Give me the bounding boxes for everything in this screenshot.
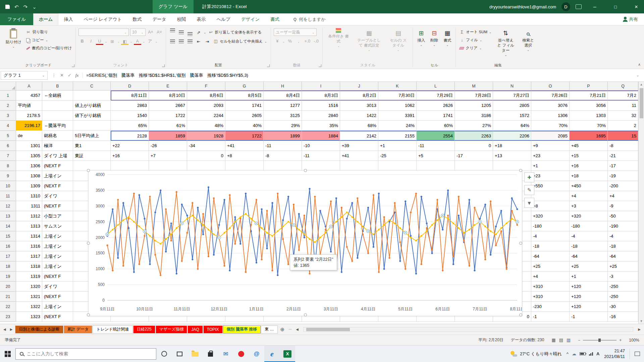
row-header-21[interactable]: 21 [0, 292, 16, 302]
minimize-button[interactable]: ─ [587, 0, 602, 13]
column-header-C[interactable]: C [73, 82, 111, 90]
column-header-L[interactable]: L [417, 82, 455, 90]
cell-F7[interactable]: 0 [187, 151, 225, 161]
sheet-nav-right-icon[interactable]: ▶ [9, 327, 14, 331]
align-left-icon[interactable] [169, 38, 176, 45]
cancel-entry-icon[interactable]: ✕ [60, 73, 64, 78]
zoom-out-icon[interactable]: − [578, 338, 580, 343]
cell-O4[interactable]: 70% [531, 121, 570, 131]
cell-P16[interactable]: -18 [570, 241, 608, 251]
vertical-scrollbar[interactable]: ▲ ▼ [638, 82, 644, 324]
tray-chevron-icon[interactable]: ^ [567, 351, 569, 356]
cell-L4[interactable]: 60% [417, 121, 455, 131]
cell-Q8[interactable]: -17 [608, 161, 638, 171]
cell-P4[interactable]: 70% [570, 121, 608, 131]
cell-J4[interactable]: 68% [340, 121, 378, 131]
cell-Q4[interactable]: 2 [608, 121, 638, 131]
insert-cells-button[interactable]: ⊞ 挿入 ⌄ [416, 27, 427, 47]
cell-B5[interactable]: 銘柄名 [42, 131, 73, 141]
column-header-J[interactable]: J [340, 82, 378, 90]
ribbon-tab-表示[interactable]: 表示 [192, 13, 211, 25]
sheet-tab-TOPIX[interactable]: TOPIX [203, 325, 223, 334]
cell-L6[interactable]: -11 [417, 141, 455, 151]
align-bottom-icon[interactable] [186, 28, 194, 36]
sheet-tab-日別と株価による診断[interactable]: 日別と株価による診断 [15, 325, 63, 334]
cell-K7[interactable]: -25 [378, 151, 417, 161]
fill-button[interactable]: ↓フィル⌄ [459, 37, 492, 44]
cell-D5[interactable]: 2128 [111, 131, 149, 141]
cell-I5[interactable]: 1884 [302, 131, 340, 141]
cell-Q5[interactable]: 15 [608, 131, 638, 141]
cell-B12[interactable]: (NEXT F [42, 201, 73, 211]
cortana-button[interactable] [156, 346, 172, 362]
decrease-indent-icon[interactable]: ⇤ [195, 38, 202, 45]
cell-Q10[interactable]: -200 [608, 181, 638, 191]
wrap-text-button[interactable]: ↩折り返して全体を表示する [208, 29, 263, 36]
cell-M6[interactable]: 0 [455, 141, 493, 151]
cell-Q16[interactable]: -18 [608, 241, 638, 251]
cell-E2[interactable]: 2667 [149, 101, 187, 111]
cell-J2[interactable]: 3013 [340, 101, 378, 111]
cell-H7[interactable]: -8 [264, 151, 302, 161]
cell-O10[interactable]: +550 [531, 181, 570, 191]
cell-A7[interactable]: 1305 [16, 151, 42, 161]
cell-A10[interactable]: 1309 [16, 181, 42, 191]
sheet-tab-累計 データ[interactable]: 累計 データ [64, 325, 93, 334]
cell-B17[interactable]: 上場イン [42, 251, 73, 261]
cell-A18[interactable]: 1318 [16, 261, 42, 272]
ribbon-tab-校閲[interactable]: 校閲 [172, 13, 192, 25]
cell-Q19[interactable]: -3 [608, 272, 638, 282]
column-header-A[interactable]: A [16, 82, 42, 90]
network-icon[interactable] [589, 352, 593, 356]
cell-I6[interactable]: -10 [302, 141, 340, 151]
cell-I1[interactable]: 8月3日 [302, 90, 340, 101]
cell-L2[interactable]: 2626 [417, 101, 455, 111]
cell-A8[interactable]: 1306 [16, 161, 42, 171]
cell-I2[interactable]: 1516 [302, 101, 340, 111]
cell-N4[interactable]: 64% [493, 121, 531, 131]
cell-Q11[interactable]: +4 [608, 191, 638, 201]
cell-F8[interactable] [187, 161, 225, 171]
row-header-23[interactable]: 23 [0, 312, 16, 322]
cell-Q21[interactable]: -250 [608, 292, 638, 302]
cell-G7[interactable]: +8 [225, 151, 264, 161]
chart-handle-top-middle[interactable] [304, 169, 307, 172]
row-header-3[interactable]: 3 [0, 111, 16, 121]
chart-handle-top-right[interactable] [519, 169, 522, 172]
cell-H1[interactable]: 8月4日 [264, 90, 302, 101]
cell-B6[interactable]: 極洋 [42, 141, 73, 151]
task-view-button[interactable] [172, 346, 187, 362]
chart-handle-middle-left[interactable] [87, 242, 90, 245]
find-select-button[interactable]: 検索と 選択 ⌄ [519, 27, 538, 52]
cell-B21[interactable]: (NEXT F [42, 292, 73, 302]
row-header-20[interactable]: 20 [0, 282, 16, 292]
cell-M7[interactable]: -17 [455, 151, 493, 161]
cell-A3[interactable]: 2178.5 [16, 111, 42, 121]
cell-J1[interactable]: 8月2日 [340, 90, 378, 101]
cell-J3[interactable]: 1422 [340, 111, 378, 121]
cell-A12[interactable]: 1311 [16, 201, 42, 211]
cell-B15[interactable]: 上場イン [42, 231, 73, 241]
cell-L1[interactable]: 7月29日 [417, 90, 455, 101]
hscroll-right-icon[interactable]: ▶ [637, 327, 642, 331]
cell-B23[interactable]: (NEXT F [42, 312, 73, 322]
font-dialog-launcher-icon[interactable] [162, 64, 165, 67]
cell-A20[interactable]: 1320 [16, 282, 42, 292]
decrease-decimal-icon[interactable]: -.0 [312, 38, 320, 45]
cell-C6[interactable]: 東1 [73, 141, 111, 151]
cell-P11[interactable]: +4 [570, 191, 608, 201]
start-button[interactable] [0, 346, 15, 362]
sheet-nav-left-icon[interactable]: ◀ [2, 327, 7, 331]
comma-style-icon[interactable]: , [295, 38, 302, 45]
cell-F6[interactable]: -34 [187, 141, 225, 151]
cut-button[interactable]: ✂切り取り [25, 28, 73, 36]
number-dialog-launcher-icon[interactable] [319, 64, 321, 67]
cell-O9[interactable]: +23 [531, 171, 570, 181]
cell-B3[interactable] [42, 111, 73, 121]
cell-P22[interactable]: +120 [570, 302, 608, 312]
column-header-D[interactable]: D [111, 82, 149, 90]
cell-I4[interactable]: 35% [302, 121, 340, 131]
cell-Q15[interactable]: -4 [608, 231, 638, 241]
row-header-9[interactable]: 9 [0, 171, 16, 181]
cell-P5[interactable]: 1695 [570, 131, 608, 141]
